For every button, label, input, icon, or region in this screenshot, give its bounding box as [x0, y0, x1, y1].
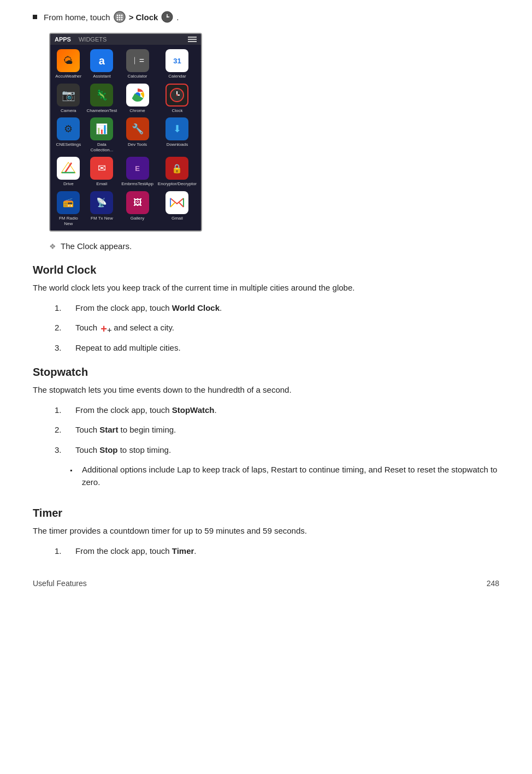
step-num: 1. — [55, 302, 70, 315]
stopwatch-description: The stopwatch lets you time events down … — [33, 384, 499, 397]
app-label-cnesettings: CNESettings — [56, 142, 81, 147]
app-icon-cnesettings: ⚙ — [57, 117, 80, 140]
page-footer: Useful Features 248 — [33, 579, 499, 588]
app-label-devtools: Dev Tools — [128, 142, 147, 147]
app-icon-encryptor: 🔒 — [165, 157, 188, 180]
world-clock-steps: 1. From the clock app, touch World Clock… — [55, 302, 499, 354]
app-icon-fmradio: 📻 — [57, 191, 80, 214]
step-num: 2. — [55, 424, 70, 436]
app-encryptor[interactable]: 🔒 Encryptor/Decryptor — [158, 157, 197, 187]
app-embrmstest[interactable]: E EmbrmsTestApp — [121, 157, 153, 187]
app-fmradio[interactable]: 📻 FM Radio New — [55, 191, 82, 226]
app-cnesettings[interactable]: ⚙ CNESettings — [55, 117, 82, 152]
app-label-drive: Drive — [63, 181, 74, 187]
step-text: From the clock app, touch Timer. — [75, 545, 197, 558]
app-icon-fmtx: 📡 — [90, 191, 113, 214]
bullet-square-icon — [33, 15, 37, 19]
world-clock-step-2: 2. Touch + and select a city. — [55, 322, 499, 334]
app-assistant[interactable]: a Assistant — [87, 49, 117, 79]
app-chrome[interactable]: Chrome — [121, 84, 153, 114]
tab-apps[interactable]: APPS — [55, 36, 71, 43]
footer-right: 248 — [487, 579, 499, 588]
stopwatch-steps: 1. From the clock app, touch StopWatch. … — [55, 404, 499, 495]
timer-description: The timer provides a countdown timer for… — [33, 525, 499, 537]
app-icon-chameleon: 🦎 — [90, 84, 113, 107]
svg-point-4 — [116, 17, 118, 19]
footer-left: Useful Features — [33, 579, 87, 588]
app-label-encryptor: Encryptor/Decryptor — [158, 181, 197, 187]
app-calculator[interactable]: ︳= Calculator — [121, 49, 153, 79]
stopwatch-step-3: 3. Touch Stop to stop timing. ▪ Addition… — [55, 444, 499, 495]
app-label-email: Email — [96, 181, 107, 187]
svg-point-2 — [119, 15, 120, 16]
app-calendar[interactable]: 31 Calendar — [158, 49, 197, 79]
app-icon-email: ✉ — [90, 157, 113, 180]
world-clock-step-1: 1. From the clock app, touch World Clock… — [55, 302, 499, 315]
app-gallery[interactable]: 🖼 Gallery — [121, 191, 153, 226]
tab-widgets[interactable]: WIDGETS — [79, 36, 107, 43]
svg-point-5 — [119, 17, 120, 19]
plus-icon: + — [101, 323, 110, 333]
app-downloads[interactable]: ⬇ Downloads — [158, 117, 197, 152]
app-icon-calculator: ︳= — [126, 49, 149, 72]
world-clock-section: World Clock The world clock lets you kee… — [33, 264, 499, 354]
app-email[interactable]: ✉ Email — [87, 157, 117, 187]
sub-bullet-marker: ▪ — [70, 465, 78, 475]
stopwatch-step-1: 1. From the clock app, touch StopWatch. — [55, 404, 499, 417]
phone-screenshot: APPS WIDGETS 🌤 AccuWeather a Assistant ︳… — [49, 33, 202, 232]
step-text: Touch + and select a city. — [75, 322, 174, 334]
clock-appears-text: The Clock appears. — [61, 241, 132, 251]
app-icon-devtools: 🔧 — [126, 117, 149, 140]
app-label-fmtx: FM Tx New — [91, 216, 113, 221]
step-text: From the clock app, touch World Clock. — [75, 302, 222, 315]
app-clock[interactable]: Clock — [158, 84, 197, 114]
step-num: 1. — [55, 404, 70, 417]
diamond-icon: ❖ — [49, 242, 56, 251]
app-icon-clock — [165, 84, 188, 107]
world-clock-heading: World Clock — [33, 264, 499, 276]
app-label-assistant: Assistant — [93, 74, 110, 79]
app-chameleon[interactable]: 🦎 ChameleonTest — [87, 84, 117, 114]
app-label-calculator: Calculator — [128, 74, 147, 79]
app-icon-camera: 📷 — [57, 84, 80, 107]
app-accuweather[interactable]: 🌤 AccuWeather — [55, 49, 82, 79]
app-icon-accuweather: 🌤 — [57, 49, 80, 72]
app-icon-embrmstest: E — [126, 157, 149, 180]
apps-circle-icon — [114, 11, 126, 23]
svg-point-3 — [121, 15, 122, 16]
clock-small-icon — [161, 11, 173, 23]
app-label-fmradio: FM Radio New — [55, 216, 82, 226]
step-text: Touch Start to begin timing. — [75, 424, 176, 436]
step-num: 2. — [55, 322, 70, 334]
app-icon-downloads: ⬇ — [165, 117, 188, 140]
intro-prefix: From home, touch — [44, 13, 110, 22]
svg-rect-24 — [169, 196, 185, 209]
step-text: Touch Stop to stop timing. — [75, 444, 171, 457]
app-icon-datacollection: 📊 — [90, 117, 113, 140]
timer-step-1: 1. From the clock app, touch Timer. — [55, 545, 499, 558]
app-label-camera: Camera — [61, 108, 76, 114]
svg-point-19 — [176, 94, 178, 96]
app-icon-calendar: 31 — [165, 49, 188, 72]
app-fmtx[interactable]: 📡 FM Tx New — [87, 191, 117, 226]
app-label-downloads: Downloads — [167, 142, 188, 147]
app-drive[interactable]: Drive — [55, 157, 82, 187]
apps-grid: 🌤 AccuWeather a Assistant ︳= Calculator … — [50, 45, 201, 231]
timer-steps: 1. From the clock app, touch Timer. — [55, 545, 499, 558]
app-camera[interactable]: 📷 Camera — [55, 84, 82, 114]
app-icon-chrome — [126, 84, 149, 107]
app-label-datacollection: Data Collection... — [87, 142, 117, 152]
svg-point-13 — [167, 16, 168, 17]
svg-point-9 — [121, 19, 122, 21]
svg-point-8 — [119, 19, 120, 21]
app-label-gallery: Gallery — [131, 216, 144, 221]
menu-icon[interactable] — [188, 36, 197, 43]
app-datacollection[interactable]: 📊 Data Collection... — [87, 117, 117, 152]
app-devtools[interactable]: 🔧 Dev Tools — [121, 117, 153, 152]
app-icon-drive — [57, 157, 80, 180]
app-label-calendar: Calendar — [168, 74, 186, 79]
timer-heading: Timer — [33, 507, 499, 519]
app-gmail[interactable]: Gmail — [158, 191, 197, 226]
step-num: 3. — [55, 342, 70, 354]
svg-point-1 — [116, 15, 118, 16]
